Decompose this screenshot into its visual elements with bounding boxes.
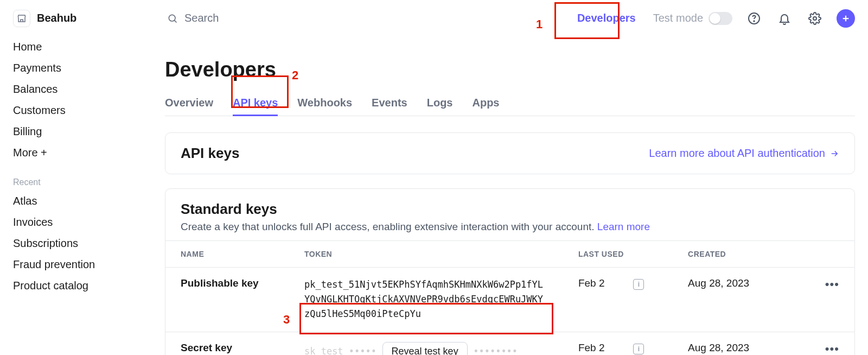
- standard-keys-card: Standard keys Create a key that unlocks …: [165, 188, 855, 355]
- secret-mask: sk_test_•••••: [304, 346, 376, 355]
- sidebar-recent-header: Recent: [13, 163, 139, 191]
- test-mode-toggle[interactable]: Test mode: [653, 12, 732, 25]
- sidebar-item-billing[interactable]: Billing: [13, 121, 139, 142]
- sidebar-item-home[interactable]: Home: [13, 36, 139, 58]
- tab-apps[interactable]: Apps: [472, 91, 499, 116]
- svg-point-0: [169, 15, 175, 21]
- search-input[interactable]: Search: [167, 12, 560, 24]
- last-used: Feb 2 i: [563, 268, 673, 332]
- keys-table: NAME TOKEN LAST USED CREATED Publishable…: [165, 240, 854, 355]
- standard-keys-subtitle: Create a key that unlocks full API acces…: [181, 221, 839, 233]
- page-title: Developers: [165, 58, 855, 81]
- sidebar-item-customers[interactable]: Customers: [13, 100, 139, 121]
- sidebar-recent-subscriptions[interactable]: Subscriptions: [13, 233, 139, 254]
- col-last-used: LAST USED: [563, 241, 673, 268]
- tab-logs[interactable]: Logs: [427, 91, 453, 116]
- sidebar-item-balances[interactable]: Balances: [13, 79, 139, 100]
- sidebar-item-more[interactable]: More +: [13, 142, 139, 163]
- tab-webhooks[interactable]: Webhooks: [297, 91, 352, 116]
- sidebar: Home Payments Balances Customers Billing…: [0, 36, 152, 355]
- last-used: Feb 2 i: [563, 332, 673, 355]
- tabs: Overview API keys Webhooks Events Logs A…: [165, 91, 855, 116]
- add-button[interactable]: [837, 9, 855, 28]
- gear-icon[interactable]: [806, 10, 824, 27]
- brand[interactable]: Beahub: [13, 10, 154, 27]
- brand-name: Beahub: [37, 12, 76, 24]
- col-created: CREATED: [673, 241, 810, 268]
- table-row: Secret key sk_test_••••• Reveal test key…: [165, 332, 854, 355]
- help-icon[interactable]: [745, 10, 763, 27]
- sidebar-recent-fraud[interactable]: Fraud prevention: [13, 254, 139, 275]
- publishable-token[interactable]: pk_test_51Njvt5EKPhSYfAqmhSKHmNXkW6w2Pp1…: [304, 277, 548, 322]
- bell-icon[interactable]: [776, 10, 793, 27]
- col-token: TOKEN: [289, 241, 563, 268]
- more-icon[interactable]: •••: [825, 342, 839, 355]
- reveal-test-key-button[interactable]: Reveal test key: [382, 342, 468, 355]
- secret-mask: ••••••••: [473, 346, 518, 355]
- sidebar-recent-atlas[interactable]: Atlas: [13, 191, 139, 212]
- created: Aug 28, 2023: [673, 268, 810, 332]
- search-icon: [167, 13, 178, 24]
- plus-icon: [841, 14, 851, 23]
- nav-developers[interactable]: Developers: [573, 9, 640, 28]
- api-keys-card: API keys Learn more about API authentica…: [165, 132, 855, 174]
- standard-keys-title: Standard keys: [181, 201, 839, 218]
- table-row: Publishable key pk_test_51Njvt5EKPhSYfAq…: [165, 268, 854, 332]
- info-icon[interactable]: i: [633, 279, 644, 290]
- arrow-right-icon: [829, 149, 839, 159]
- tab-api-keys[interactable]: API keys: [233, 91, 278, 116]
- learn-api-auth-link[interactable]: Learn more about API authentication: [649, 147, 839, 160]
- key-name: Publishable key: [165, 268, 289, 332]
- created: Aug 28, 2023: [673, 332, 810, 355]
- more-icon[interactable]: •••: [825, 277, 839, 291]
- sidebar-recent-invoices[interactable]: Invoices: [13, 212, 139, 233]
- api-keys-title: API keys: [181, 145, 239, 162]
- info-icon[interactable]: i: [633, 344, 644, 354]
- tab-overview[interactable]: Overview: [165, 91, 213, 116]
- key-name: Secret key: [165, 332, 289, 355]
- sidebar-recent-catalog[interactable]: Product catalog: [13, 275, 139, 296]
- col-name: NAME: [165, 241, 289, 268]
- sidebar-item-payments[interactable]: Payments: [13, 58, 139, 79]
- test-mode-label: Test mode: [653, 12, 703, 24]
- svg-point-2: [754, 21, 755, 22]
- learn-more-link[interactable]: Learn more: [597, 221, 650, 232]
- search-placeholder: Search: [184, 12, 219, 24]
- store-icon: [13, 10, 30, 27]
- toggle-icon: [709, 12, 732, 25]
- tab-events[interactable]: Events: [372, 91, 407, 116]
- svg-point-3: [813, 17, 816, 20]
